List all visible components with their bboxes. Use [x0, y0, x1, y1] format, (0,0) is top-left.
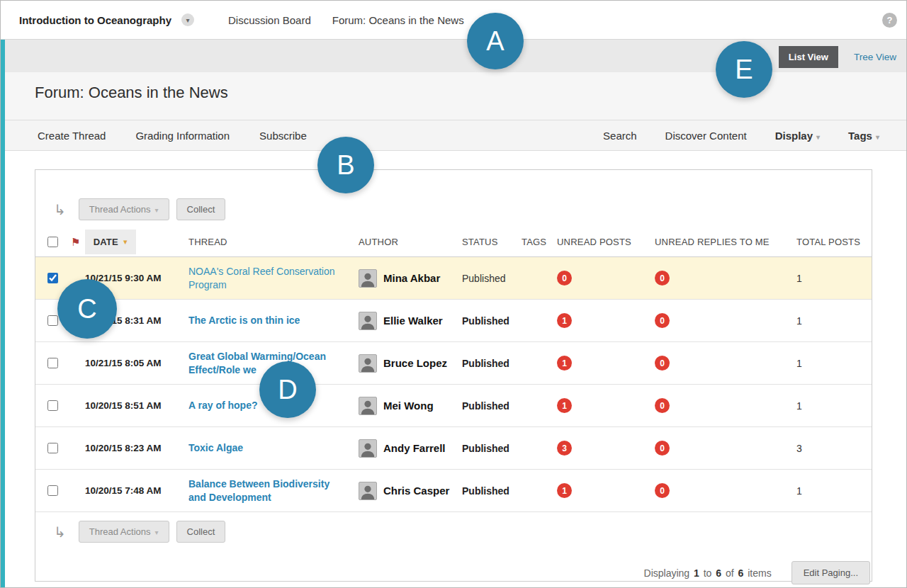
help-icon[interactable]: ? [882, 13, 897, 28]
tree-view-link[interactable]: Tree View [854, 52, 896, 62]
status-label: Published [454, 485, 516, 497]
status-label: Published [454, 358, 516, 369]
total-posts-value: 1 [791, 485, 872, 497]
row-checkbox[interactable] [47, 400, 58, 411]
status-label: Published [454, 443, 516, 454]
row-checkbox[interactable] [47, 273, 58, 283]
thread-actions-button[interactable]: Thread Actions▾ [79, 521, 169, 543]
unread-posts-badge[interactable]: 0 [557, 271, 572, 285]
row-checkbox[interactable] [47, 485, 58, 496]
thread-actions-label: Thread Actions [89, 204, 151, 215]
paging-items-label: items [748, 567, 771, 579]
flag-icon: ⚑ [71, 236, 81, 249]
author-name: Mei Wong [383, 400, 434, 412]
thread-actions-button[interactable]: Thread Actions▾ [79, 198, 169, 220]
avatar [359, 397, 377, 415]
thread-toolbar-bottom: ↳ Thread Actions▾ Collect [54, 521, 872, 543]
search-button[interactable]: Search [603, 130, 637, 142]
unread-posts-badge[interactable]: 1 [557, 483, 572, 498]
avatar [359, 269, 377, 288]
table-row: 10/20/15 8:23 AM Toxic Algae Andy Farrel… [35, 427, 872, 470]
thread-link[interactable]: Balance Between Biodiversity and Develop… [188, 478, 329, 503]
tags-column-header[interactable]: TAGS [516, 237, 551, 247]
grading-information-button[interactable]: Grading Information [135, 130, 230, 142]
author-name: Ellie Walker [383, 315, 443, 327]
thread-date: 10/20/15 8:51 AM [69, 400, 176, 411]
unread-replies-column-header[interactable]: UNREAD REPLIES TO ME [649, 237, 791, 247]
page-title: Forum: Oceans in the News [35, 84, 228, 102]
tags-menu-label: Tags [848, 130, 872, 142]
date-column-header[interactable]: ⚑ DATE ▾ [69, 230, 176, 254]
author-name: Mina Akbar [383, 272, 440, 284]
discover-content-button[interactable]: Discover Content [665, 130, 747, 142]
collect-button[interactable]: Collect [176, 198, 226, 220]
status-label: Published [454, 273, 516, 284]
action-bar-right: Search Discover Content Display▾ Tags▾ [603, 130, 879, 142]
display-menu-label: Display [775, 130, 813, 142]
course-title: Introduction to Oceanography [19, 14, 171, 26]
row-checkbox[interactable] [47, 358, 58, 368]
thread-column-header[interactable]: THREAD [176, 237, 347, 247]
thread-actions-label: Thread Actions [89, 526, 151, 537]
thread-link[interactable]: A ray of hope? [188, 400, 258, 411]
date-sort-box: DATE ▾ [85, 230, 136, 254]
table-header-row: ⚑ DATE ▾ THREAD AUTHOR STATUS TAGS UNREA… [35, 227, 872, 257]
row-checkbox[interactable] [47, 443, 58, 453]
table-row: 10/20/15 7:48 AM Balance Between Biodive… [35, 470, 872, 512]
thread-link[interactable]: The Arctic is on thin ice [188, 315, 300, 326]
tags-menu[interactable]: Tags▾ [848, 130, 879, 142]
unread-replies-badge[interactable]: 0 [655, 483, 670, 498]
create-thread-button[interactable]: Create Thread [38, 130, 106, 142]
breadcrumb-forum: Forum: Oceans in the News [332, 14, 464, 26]
accent-stripe [1, 40, 5, 587]
list-view-button[interactable]: List View [779, 46, 838, 68]
chevron-down-icon: ▾ [154, 206, 158, 214]
author-name: Chris Casper [383, 485, 449, 497]
avatar [359, 312, 377, 330]
thread-list-box: ↳ Thread Actions▾ Collect ⚑ DATE ▾ THREA… [35, 169, 872, 582]
unread-posts-badge[interactable]: 1 [557, 398, 572, 413]
select-all-cell [35, 237, 69, 247]
paging-of: of [726, 567, 734, 579]
total-posts-value: 1 [791, 358, 872, 369]
callout-a: A [467, 13, 524, 69]
paging-to: to [704, 567, 712, 579]
avatar [359, 482, 377, 500]
table-row: 10/21/15 9:30 AM NOAA's Coral Reef Conse… [35, 257, 872, 300]
unread-replies-badge[interactable]: 0 [655, 313, 670, 328]
unread-replies-badge[interactable]: 0 [655, 271, 670, 285]
unread-posts-column-header[interactable]: UNREAD POSTS [551, 237, 649, 247]
breadcrumb-discussion-board[interactable]: Discussion Board [228, 14, 311, 26]
total-posts-column-header[interactable]: TOTAL POSTS [791, 237, 872, 247]
thread-link[interactable]: Toxic Algae [188, 442, 243, 453]
unread-posts-badge[interactable]: 3 [557, 441, 572, 456]
paging-footer: Displaying 1 to 6 of 6 items Edit Paging… [35, 561, 872, 584]
status-column-header[interactable]: STATUS [454, 237, 516, 247]
display-menu[interactable]: Display▾ [775, 130, 820, 142]
view-toggle: List View Tree View [779, 46, 896, 68]
table-row: 10/20/15 8:51 AM A ray of hope? Mei Wong… [35, 385, 872, 427]
collect-button[interactable]: Collect [176, 521, 226, 543]
thread-date: 10/21/15 8:05 AM [69, 358, 176, 368]
action-bar: Create Thread Grading Information Subscr… [1, 120, 906, 151]
unread-posts-badge[interactable]: 1 [557, 356, 572, 371]
paging-total: 6 [738, 567, 744, 579]
unread-replies-badge[interactable]: 0 [655, 356, 670, 371]
displaying-label: Displaying [644, 567, 690, 579]
callout-c: C [57, 279, 117, 339]
edit-paging-button[interactable]: Edit Paging... [791, 561, 870, 584]
callout-e: E [716, 41, 772, 98]
row-checkbox[interactable] [47, 315, 58, 326]
unread-posts-badge[interactable]: 1 [557, 313, 572, 328]
chevron-down-icon[interactable]: ▾ [181, 13, 194, 26]
unread-replies-badge[interactable]: 0 [655, 441, 670, 456]
table-row: 10/21/15 8:31 AM The Arctic is on thin i… [35, 300, 872, 342]
table-row: 10/21/15 8:05 AM Great Global Warming/Oc… [35, 342, 872, 385]
subscribe-button[interactable]: Subscribe [259, 130, 307, 142]
avatar [359, 354, 377, 373]
thread-link[interactable]: NOAA's Coral Reef Conservation Program [188, 266, 335, 290]
select-all-checkbox[interactable] [47, 237, 58, 247]
unread-replies-badge[interactable]: 0 [655, 398, 670, 413]
total-posts-value: 1 [791, 315, 872, 327]
author-column-header[interactable]: AUTHOR [347, 237, 454, 247]
